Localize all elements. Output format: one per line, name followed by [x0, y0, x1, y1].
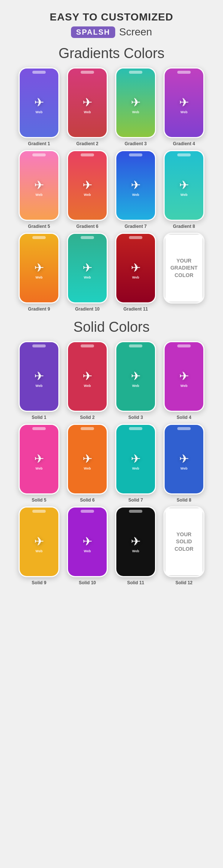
web-label: Web [36, 110, 43, 114]
phone-wrap: YOURSOLIDCOLOR [164, 506, 204, 577]
phone-notch [32, 510, 46, 513]
plane-icon: ✈ [131, 261, 141, 275]
phone-screen: ✈ Web [68, 234, 107, 302]
plane-icon: ✈ [83, 178, 93, 192]
gradient-phone-1: ✈ Web Gradient 1 [17, 67, 61, 146]
phone-wrap: ✈ Web [115, 67, 156, 138]
plane-icon: ✈ [83, 95, 93, 109]
solid-phone-1: ✈ Web Solid 1 [17, 341, 61, 420]
phone-screen: ✈ Web [20, 69, 58, 137]
phone-screen: ✈ Web [165, 151, 203, 220]
web-label: Web [84, 384, 91, 388]
gradient-phone-6: ✈ Web Gradient 6 [65, 150, 110, 229]
plane-icon: ✈ [34, 452, 44, 466]
phone-frame: ✈ Web [67, 150, 108, 221]
phone-label: Solid 8 [177, 497, 191, 503]
web-label: Web [132, 467, 139, 470]
phone-frame: ✈ Web [164, 67, 204, 138]
phone-icon: ✈ Web [131, 452, 141, 470]
phone-label: Gradient 11 [123, 306, 148, 312]
phone-label: Solid 5 [32, 497, 46, 503]
phone-notch [32, 344, 46, 347]
phone-frame: ✈ Web [115, 506, 156, 577]
phone-screen: ✈ Web [20, 151, 58, 220]
phone-icon: ✈ Web [83, 369, 93, 388]
phone-icon: ✈ Web [83, 452, 93, 470]
web-label: Web [181, 193, 188, 197]
gradient-phone-9: ✈ Web Gradient 9 [17, 233, 61, 312]
solid-row-1: ✈ Web Solid 1 ✈ Web [7, 341, 216, 420]
plane-icon: ✈ [131, 178, 141, 192]
plane-icon: ✈ [131, 452, 141, 466]
phone-label: Solid 2 [80, 415, 94, 420]
phone-icon: ✈ Web [83, 178, 93, 197]
phone-label: Gradient 8 [173, 224, 195, 229]
phone-icon: ✈ Web [131, 95, 141, 114]
phone-frame: ✈ Web [115, 424, 156, 495]
gradient-row-1: ✈ Web Gradient 1 ✈ [7, 67, 216, 146]
phone-wrap: ✈ Web [67, 341, 108, 412]
web-label: Web [84, 110, 91, 114]
phone-frame: ✈ Web [67, 233, 108, 303]
phone-label: Solid 1 [32, 415, 46, 420]
phone-label: Solid 12 [175, 580, 193, 585]
web-label: Web [36, 193, 43, 197]
phone-wrap: ✈ Web [164, 341, 204, 412]
phone-label: Gradient 7 [125, 224, 146, 229]
phone-icon: ✈ Web [83, 95, 93, 114]
phone-notch [32, 236, 46, 239]
phone-notch [81, 427, 94, 430]
phone-frame: ✈ Web [164, 424, 204, 495]
plane-icon: ✈ [131, 369, 141, 383]
gradients-title: Gradients Colors [7, 45, 216, 61]
web-label: Web [36, 549, 43, 553]
plane-icon: ✈ [179, 369, 189, 383]
phone-icon: ✈ Web [179, 95, 189, 114]
web-label: Web [84, 467, 91, 470]
screen-text: Screen [119, 26, 152, 38]
phone-wrap: ✈ Web [115, 341, 156, 412]
phone-label: Solid 11 [127, 580, 144, 585]
phone-notch [129, 71, 142, 74]
plane-icon: ✈ [34, 534, 44, 549]
phone-notch [81, 510, 94, 513]
phone-frame: ✈ Web [19, 150, 59, 221]
solid-phone-11: ✈ Web Solid 11 [113, 506, 158, 585]
solid-row-2: ✈ Web Solid 5 ✈ Web [7, 424, 216, 503]
phone-frame: ✈ Web [164, 150, 204, 221]
plane-icon: ✈ [179, 178, 189, 192]
phone-icon: ✈ Web [83, 534, 93, 553]
web-label: Web [181, 384, 188, 388]
web-label: Web [132, 276, 139, 279]
phone-frame: ✈ Web [115, 67, 156, 138]
phone-screen: ✈ Web [116, 69, 155, 137]
phone-notch [81, 153, 94, 156]
gradient-row-2: ✈ Web Gradient 5 ✈ [7, 150, 216, 229]
phone-wrap: ✈ Web [67, 67, 108, 138]
phone-wrap: ✈ Web [19, 67, 59, 138]
phone-label: Solid 10 [79, 580, 96, 585]
web-label: Web [84, 193, 91, 197]
gradient-phone-placeholder: YOURGRADIENTCOLOR [162, 233, 206, 312]
plane-icon: ✈ [131, 95, 141, 109]
phone-label: Solid 9 [32, 580, 46, 585]
solid-phone-7: ✈ Web Solid 7 [113, 424, 158, 503]
phone-wrap: ✈ Web [19, 341, 59, 412]
phone-wrap: ✈ Web [19, 506, 59, 577]
phone-notch [81, 344, 94, 347]
spalsh-badge: SPALSH [71, 26, 116, 38]
solid-phone-3: ✈ Web Solid 3 [113, 341, 158, 420]
phone-frame: ✈ Web [19, 506, 59, 577]
phone-notch [81, 236, 94, 239]
phone-wrap: ✈ Web [115, 506, 156, 577]
phone-screen: ✈ Web [68, 151, 107, 220]
web-label: Web [84, 549, 91, 553]
phone-wrap: ✈ Web [115, 150, 156, 221]
phone-frame: YOURGRADIENTCOLOR [164, 233, 204, 303]
phone-frame: ✈ Web [115, 341, 156, 412]
solid-placeholder-text: YOURSOLIDCOLOR [175, 531, 194, 553]
web-label: Web [132, 549, 139, 553]
solid-phone-4: ✈ Web Solid 4 [162, 341, 206, 420]
phone-wrap: ✈ Web [67, 506, 108, 577]
phone-screen: ✈ Web [20, 425, 58, 493]
